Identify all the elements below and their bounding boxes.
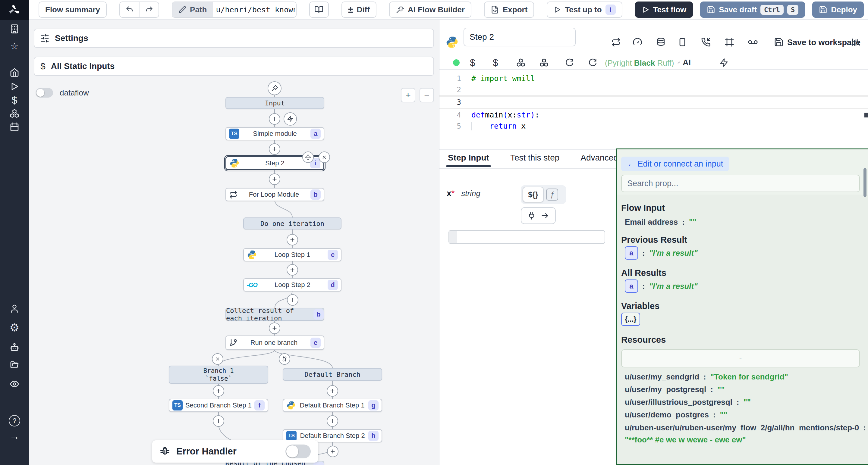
add-step-button[interactable]	[269, 113, 280, 125]
export-button[interactable]: Export	[484, 1, 534, 18]
flow-node-run-one-branch[interactable]: Run one branch e	[225, 335, 324, 350]
resource-select[interactable]: -	[621, 350, 860, 367]
add-step-button[interactable]	[327, 415, 338, 427]
add-step-button[interactable]	[287, 264, 298, 275]
resource-row-value[interactable]: "**foo** #e we w wewe - ewe ew"	[625, 435, 746, 444]
flow-node-branch1[interactable]: Branch 1`false`	[169, 366, 268, 384]
undo-button[interactable]	[120, 2, 139, 17]
refresh-icon[interactable]	[586, 56, 599, 69]
refresh-icon[interactable]	[563, 56, 576, 69]
add-step-button[interactable]	[269, 143, 280, 155]
flow-node-default-branch[interactable]: Default Branch	[283, 368, 382, 381]
add-step-button[interactable]	[269, 173, 280, 185]
resource-row[interactable]: u/user/my_postgresql:""	[625, 385, 725, 394]
audit-eye-icon[interactable]	[0, 377, 29, 391]
variables-badge[interactable]: {...}	[621, 312, 640, 326]
path-label[interactable]: Path	[173, 2, 213, 17]
move-step-button[interactable]	[302, 152, 314, 163]
workspace-icon[interactable]	[0, 22, 29, 36]
code-editor[interactable]: 1# import wmill 2 3 4def main(x: str): 5…	[439, 69, 868, 150]
plug-icon[interactable]	[527, 211, 536, 220]
ai-flow-builder-button[interactable]: AI Flow Builder	[389, 1, 471, 18]
ai-bot-icon[interactable]	[0, 340, 29, 355]
zoom-in-button[interactable]: +	[401, 88, 415, 102]
expand-arrow-icon[interactable]: →	[0, 429, 29, 443]
prop-row[interactable]: a:"I'm a result"	[625, 246, 698, 260]
book-open-button[interactable]	[309, 1, 329, 18]
zap-icon[interactable]	[717, 56, 731, 69]
phone-incoming-icon[interactable]	[699, 36, 712, 49]
template-expr-button[interactable]: ${}	[523, 187, 544, 202]
edit-or-connect-back-button[interactable]: ← Edit or connect an input	[621, 157, 729, 171]
flow-graph[interactable]: dataflow + − Input TS Simple module a St…	[29, 78, 439, 465]
database-icon[interactable]	[654, 36, 668, 49]
step-title-input[interactable]	[464, 28, 576, 46]
add-step-button[interactable]	[327, 385, 338, 397]
frame-icon[interactable]	[723, 36, 736, 49]
flow-node-collect-result[interactable]: Collect result of each iteration b	[225, 308, 324, 321]
test-up-to-button[interactable]: Test up toi	[547, 1, 622, 18]
ai-wand-icon[interactable]: AI	[678, 56, 691, 69]
library-icon[interactable]	[849, 36, 863, 49]
package-icon[interactable]	[537, 56, 551, 69]
add-step-button[interactable]	[269, 323, 280, 334]
voicemail-icon[interactable]	[746, 36, 760, 49]
tab-advanced[interactable]: Advanced	[581, 151, 618, 166]
path-input[interactable]	[213, 2, 297, 17]
error-handler-toggle[interactable]	[285, 444, 311, 458]
user-icon[interactable]	[0, 301, 29, 316]
ai-wand-circle[interactable]	[268, 81, 281, 95]
trigger-zap-circle[interactable]	[284, 112, 297, 126]
help-icon[interactable]: ?	[0, 413, 29, 428]
zoom-out-button[interactable]: −	[420, 88, 434, 102]
flow-node-second-branch-step-1[interactable]: TS Second Branch Step 1 f	[169, 399, 268, 412]
prop-row[interactable]: {...}	[621, 312, 640, 326]
flow-settings-card[interactable]: Settings	[34, 29, 434, 48]
save-draft-button[interactable]: Save draftCtrlS	[700, 1, 805, 18]
arrow-right-icon[interactable]	[541, 211, 549, 220]
flow-node-default-branch-step-1[interactable]: Default Branch Step 1 g	[283, 399, 382, 412]
flow-node-input[interactable]: Input	[225, 97, 324, 109]
repeat-icon[interactable]	[610, 36, 623, 49]
flow-node-loop-step-1[interactable]: Loop Step 1 c	[243, 248, 341, 261]
favorites-star-icon[interactable]: ☆	[0, 38, 29, 53]
connect-scrollbar[interactable]	[864, 168, 867, 197]
flow-summary-button[interactable]: Flow summary	[38, 1, 107, 18]
resources-cubes-icon[interactable]	[0, 106, 29, 121]
flow-node-do-one-iteration[interactable]: Do one iteration	[243, 218, 341, 230]
resource-row[interactable]: u/user/demo_postgres:""	[625, 410, 727, 420]
schedules-calendar-icon[interactable]	[0, 120, 29, 134]
add-step-button[interactable]	[287, 234, 298, 245]
save-icon[interactable]	[772, 36, 785, 49]
dataflow-toggle[interactable]	[36, 88, 53, 98]
add-step-button[interactable]	[327, 446, 338, 457]
remove-branch-button[interactable]	[212, 353, 223, 365]
home-icon[interactable]	[0, 65, 29, 79]
variables-dollar-icon[interactable]: $	[0, 93, 29, 107]
function-mode-button[interactable]: f	[546, 189, 558, 201]
flow-node-loop-step-2[interactable]: -GO Loop Step 2 d	[243, 278, 341, 292]
prop-row[interactable]: Email address:""	[625, 218, 696, 227]
tab-test-this-step[interactable]: Test this step	[510, 151, 559, 166]
result-badge[interactable]: a	[625, 279, 638, 293]
delete-step-button[interactable]	[318, 152, 330, 163]
add-branch-button[interactable]	[279, 353, 290, 365]
dollar-icon[interactable]: $	[489, 56, 502, 69]
resource-row[interactable]: u/ruben-user/u/ruben-user/my_flow_2/g/al…	[625, 423, 868, 432]
settings-gear-icon[interactable]: ⚙	[0, 321, 29, 335]
flow-node-forloop[interactable]: For Loop Module b	[225, 188, 324, 201]
folders-icon[interactable]	[0, 358, 29, 372]
arg-value-input[interactable]	[448, 230, 605, 244]
resource-row[interactable]: u/user/illustrious_postgresql:""	[625, 398, 751, 407]
runs-play-icon[interactable]	[0, 79, 29, 94]
test-flow-button[interactable]: Test flow	[635, 1, 693, 18]
add-step-button[interactable]	[213, 415, 224, 427]
redo-button[interactable]	[139, 2, 158, 17]
prop-row[interactable]: a:"I'm a result"	[625, 279, 698, 293]
add-step-button[interactable]	[213, 385, 224, 397]
windmill-logo[interactable]	[0, 0, 29, 20]
tab-step-input[interactable]: Step Input	[448, 151, 489, 166]
result-badge[interactable]: a	[625, 246, 638, 260]
resource-row[interactable]: u/user/my_sendgrid:"Token for sendgrid"	[625, 372, 788, 381]
connect-prop-list[interactable]: Flow Input Email address:"" Previous Res…	[617, 195, 868, 465]
